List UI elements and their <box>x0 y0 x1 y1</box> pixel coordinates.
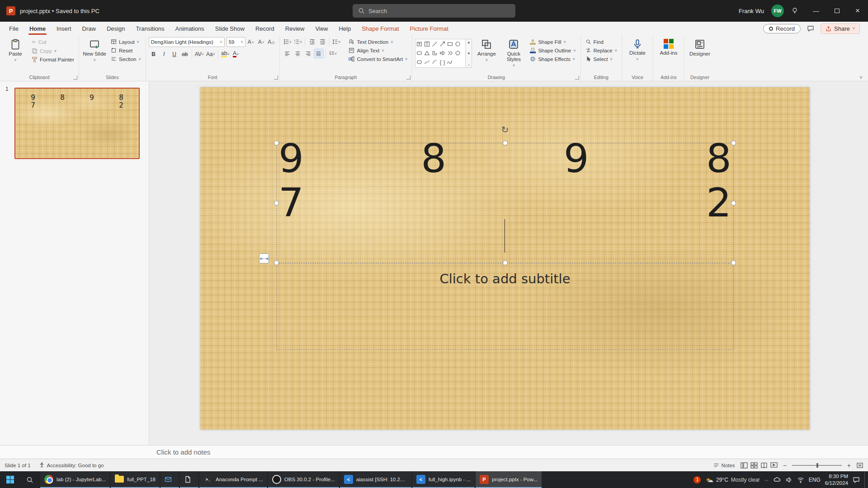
shapes-scroll-up-icon[interactable]: ▲ <box>467 40 471 44</box>
shape-l-shape-icon[interactable] <box>432 50 438 56</box>
change-case-button[interactable]: Aa˅ <box>205 49 216 59</box>
line-spacing-button[interactable]: ˅ <box>331 37 341 47</box>
replace-button[interactable]: Replace˅ <box>584 47 619 54</box>
slide-thumbnail-1[interactable]: 9 8 9 8 7 2 <box>14 88 140 159</box>
align-right-button[interactable] <box>303 49 313 58</box>
maximize-button[interactable] <box>826 0 847 22</box>
lightbulb-icon[interactable] <box>791 7 798 14</box>
cut-button[interactable]: ✂ Cut <box>30 38 76 46</box>
strikethrough-button[interactable]: ab <box>180 49 190 59</box>
layout-button[interactable]: Layout˅ <box>109 38 143 46</box>
taskbar-item-obs[interactable]: OBS 30.0.2 - Profile... <box>268 471 339 488</box>
shape-line-icon[interactable] <box>432 41 438 47</box>
arrange-button[interactable]: Arrange ˅ <box>474 37 499 74</box>
paragraph-dialog-launcher[interactable] <box>406 75 410 80</box>
zoom-slider[interactable] <box>792 465 842 466</box>
tab-home[interactable]: Home <box>24 23 51 34</box>
tab-shape-format[interactable]: Shape Format <box>356 23 404 34</box>
taskbar-item-powerpoint[interactable]: P project.pptx - Pow... <box>476 471 542 488</box>
convert-to-smartart-button[interactable]: Convert to SmartArt˅ <box>347 55 409 63</box>
shape-curve-icon[interactable] <box>424 59 430 65</box>
zoom-out-button[interactable]: − <box>783 462 787 469</box>
close-button[interactable]: × <box>847 0 868 22</box>
shape-chevron-icon[interactable] <box>447 50 453 56</box>
tab-picture-format[interactable]: Picture Format <box>405 23 454 34</box>
tab-record[interactable]: Record <box>250 23 280 34</box>
title-placeholder[interactable]: ↻ 9 8 9 8 7 2 <box>276 143 734 263</box>
shape-scribble-icon[interactable] <box>447 59 453 65</box>
shape-effects-button[interactable]: Shape Effects˅ <box>528 55 577 63</box>
underline-button[interactable]: U <box>170 49 179 59</box>
shape-flowchart-icon[interactable] <box>416 59 422 65</box>
align-text-button[interactable]: Align Text˅ <box>347 47 409 54</box>
network-icon[interactable] <box>797 476 804 483</box>
shape-textbox-icon[interactable] <box>416 41 422 47</box>
taskbar-item-mail[interactable] <box>160 471 179 488</box>
zoom-slider-thumb[interactable] <box>816 463 818 468</box>
clear-formatting-button[interactable]: A <box>267 38 277 47</box>
comments-icon[interactable] <box>807 25 814 32</box>
shapes-gallery[interactable]: { } <box>415 39 466 68</box>
resize-handle-middle-right[interactable] <box>731 201 736 206</box>
shape-arrow-line-icon[interactable] <box>439 41 445 47</box>
taskbar-item-folder[interactable]: full_PPT_18 <box>111 471 160 488</box>
taskbar-item-jupyterlab[interactable]: lab (2) - JupyterLab... <box>40 471 110 488</box>
paste-button[interactable]: Paste ˅ <box>3 37 28 74</box>
section-button[interactable]: Section˅ <box>109 55 143 63</box>
slide-sorter-view-button[interactable] <box>750 462 758 469</box>
character-spacing-button[interactable]: AV˅ <box>194 49 205 59</box>
addins-button[interactable]: Add-ins <box>656 37 681 74</box>
notes-pane[interactable]: Click to add notes <box>0 445 868 459</box>
find-button[interactable]: Find <box>584 38 619 46</box>
shape-fill-button[interactable]: Shape Fill˅ <box>528 38 577 46</box>
resize-handle-middle-left[interactable] <box>274 201 279 206</box>
italic-button[interactable]: I <box>159 49 169 59</box>
format-painter-button[interactable]: Format Painter <box>30 56 76 63</box>
reset-button[interactable]: Reset <box>109 47 143 54</box>
avatar[interactable]: FW <box>771 5 784 17</box>
tab-insert[interactable]: Insert <box>51 23 77 34</box>
tab-view[interactable]: View <box>310 23 333 34</box>
search-input[interactable] <box>368 8 510 14</box>
copy-button[interactable]: Copy ˅ <box>30 47 76 55</box>
justify-button[interactable] <box>314 49 324 58</box>
align-left-button[interactable] <box>283 49 292 58</box>
text-direction-button[interactable]: Text Direction˅ <box>347 38 409 46</box>
tab-slide-show[interactable]: Slide Show <box>210 23 250 34</box>
decrease-indent-button[interactable] <box>307 37 317 47</box>
tab-draw[interactable]: Draw <box>77 23 101 34</box>
onedrive-icon[interactable] <box>774 476 781 483</box>
font-name-combobox[interactable]: DengXian Light (Headings)˅ <box>149 37 225 47</box>
shape-bracket-icon[interactable]: } <box>443 59 445 66</box>
tab-transitions[interactable]: Transitions <box>130 23 170 34</box>
record-button[interactable]: Record <box>763 24 801 33</box>
tab-design[interactable]: Design <box>101 23 130 34</box>
taskbar-item-vscode-notebook[interactable]: < full_high.ipynb - ... <box>412 471 475 488</box>
increase-font-size-button[interactable]: A˄ <box>246 38 256 47</box>
shape-triangle-icon[interactable] <box>424 50 430 56</box>
drawing-dialog-launcher[interactable] <box>575 75 579 80</box>
quick-styles-button[interactable]: Quick Styles ˅ <box>501 37 526 74</box>
language-indicator[interactable]: ENG <box>809 477 821 483</box>
taskbar-search-button[interactable] <box>20 471 40 488</box>
shape-rounded-rectangle-icon[interactable] <box>416 50 422 56</box>
bullets-button[interactable]: ˅ <box>283 37 292 47</box>
start-button[interactable] <box>0 471 20 488</box>
shape-oval-icon[interactable] <box>455 41 461 47</box>
taskbar-clock[interactable]: 8:30 PM 6/12/2024 <box>825 473 848 486</box>
resize-handle-top-center[interactable] <box>503 141 508 145</box>
new-slide-button[interactable]: New Slide ˅ <box>82 37 107 74</box>
notes-toggle-button[interactable]: Notes <box>713 462 735 468</box>
font-dialog-launcher[interactable] <box>274 75 278 80</box>
shape-outline-button[interactable]: Shape Outline˅ <box>528 47 577 54</box>
align-center-button[interactable] <box>293 49 303 58</box>
fit-slide-to-window-button[interactable] <box>856 462 863 469</box>
show-desktop-button[interactable] <box>864 471 866 488</box>
share-button[interactable]: Share ˅ <box>821 23 860 34</box>
action-center-icon[interactable] <box>853 476 860 483</box>
bold-button[interactable]: B <box>149 49 159 59</box>
autofit-options-button[interactable]: ⇤⇥ <box>259 253 269 263</box>
taskbar-item-document[interactable] <box>180 471 198 488</box>
shapes-more-icon[interactable]: ⌄ <box>467 62 471 66</box>
tab-help[interactable]: Help <box>333 23 356 34</box>
